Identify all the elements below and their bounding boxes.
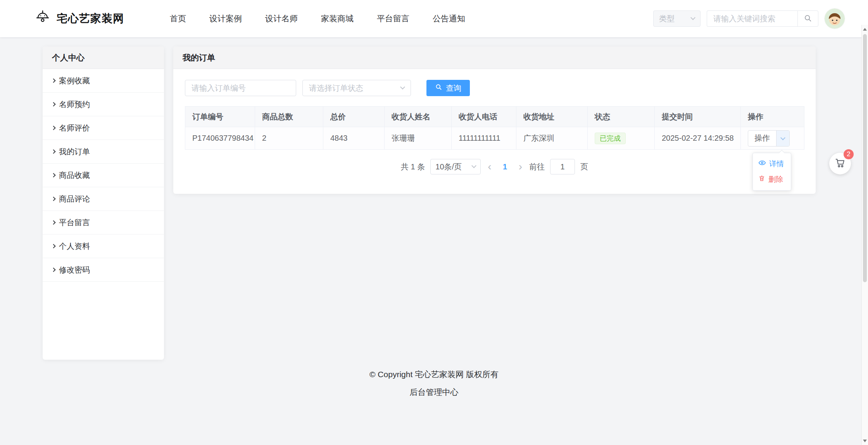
chevron-right-icon <box>51 149 55 154</box>
table-header-row: 订单编号 商品总数 总价 收货人姓名 收货人电话 收货地址 状态 提交时间 操作 <box>185 107 804 127</box>
cell-status: 已完成 <box>588 127 655 150</box>
nav-item-design-cases[interactable]: 设计案例 <box>209 13 242 24</box>
table-row: P1740637798434 2 4843 张珊珊 11111111111 广东… <box>185 127 804 150</box>
cell-quantity: 2 <box>255 127 323 150</box>
order-no-input[interactable] <box>185 80 296 96</box>
scroll-down-arrow[interactable] <box>862 437 868 444</box>
page-number-1[interactable]: 1 <box>499 162 512 171</box>
scrollbar[interactable] <box>861 25 868 445</box>
type-select[interactable]: 类型 <box>653 10 701 27</box>
cell-submitted-at: 2025-02-27 14:29:58 <box>655 127 741 150</box>
action-detail-label: 详情 <box>769 159 784 169</box>
search-icon <box>435 83 442 93</box>
top-navbar: 宅心艺家装网 首页 设计案例 设计名师 家装商城 平台留言 公告通知 类型 <box>0 0 868 37</box>
sidebar-item-designer-reviews[interactable]: 名师评价 <box>43 116 164 140</box>
page-size-value: 10条/页 <box>435 162 462 172</box>
sidebar-item-product-favorites[interactable]: 商品收藏 <box>43 164 164 187</box>
action-detail[interactable]: 详情 <box>753 156 791 172</box>
lamp-logo-icon <box>34 9 51 28</box>
chevron-down-icon <box>400 85 405 90</box>
col-address: 收货地址 <box>516 107 588 127</box>
chevron-right-icon <box>51 173 55 177</box>
scrollbar-thumb[interactable] <box>863 34 867 282</box>
sidebar: 个人中心 案例收藏 名师预约 名师评价 我的订单 <box>43 47 164 360</box>
keyword-search-input[interactable] <box>707 10 797 27</box>
cart-badge: 2 <box>844 149 854 159</box>
cell-phone: 11111111111 <box>452 127 516 150</box>
chevron-right-icon <box>51 102 55 106</box>
cell-actions: 操作 <box>741 127 804 150</box>
cart-float-button[interactable]: 2 <box>829 153 851 174</box>
brand-name: 宅心艺家装网 <box>57 11 124 26</box>
action-delete-label: 删除 <box>768 174 783 185</box>
sidebar-title: 个人中心 <box>43 47 164 69</box>
col-quantity: 商品总数 <box>255 107 323 127</box>
content-area: 个人中心 案例收藏 名师预约 名师评价 我的订单 <box>0 37 868 360</box>
action-dropdown-button[interactable]: 操作 <box>748 130 790 147</box>
chevron-down-icon <box>690 15 695 20</box>
order-status-placeholder: 请选择订单状态 <box>309 83 363 93</box>
col-submitted-at: 提交时间 <box>655 107 741 127</box>
orders-panel: 我的订单 请选择订单状态 查询 <box>173 47 816 194</box>
goto-page-input[interactable] <box>550 159 575 174</box>
cell-order-no: P1740637798434 <box>185 127 255 150</box>
cell-receiver: 张珊珊 <box>385 127 452 150</box>
search-button[interactable] <box>797 10 818 27</box>
col-actions: 操作 <box>741 107 804 127</box>
nav-item-home-mall[interactable]: 家装商城 <box>321 13 354 24</box>
col-receiver: 收货人姓名 <box>385 107 452 127</box>
col-phone: 收货人电话 <box>452 107 516 127</box>
sidebar-item-designer-booking[interactable]: 名师预约 <box>43 93 164 116</box>
search-group <box>707 10 818 27</box>
cart-icon <box>835 157 846 170</box>
sidebar-item-case-favorites[interactable]: 案例收藏 <box>43 69 164 93</box>
page-size-select[interactable]: 10条/页 <box>430 159 481 174</box>
action-dropdown-label: 操作 <box>748 131 776 146</box>
chevron-right-icon <box>51 267 55 272</box>
footer: © Copyright 宅心艺家装网 版权所有 后台管理中心 <box>0 360 868 398</box>
query-button-label: 查询 <box>446 83 461 93</box>
sidebar-menu: 案例收藏 名师预约 名师评价 我的订单 商品收藏 <box>43 69 164 282</box>
col-status: 状态 <box>588 107 655 127</box>
brand[interactable]: 宅心艺家装网 <box>34 9 124 28</box>
trash-icon <box>758 175 765 184</box>
chevron-down-icon <box>780 135 785 140</box>
sidebar-item-my-orders[interactable]: 我的订单 <box>43 140 164 164</box>
avatar[interactable] <box>825 9 845 29</box>
sidebar-item-profile[interactable]: 个人资料 <box>43 235 164 258</box>
page-unit-label: 页 <box>580 162 588 172</box>
action-dropdown: 操作 <box>748 130 790 147</box>
pagination-total: 共 1 条 <box>401 162 425 172</box>
chevron-right-icon <box>51 126 55 130</box>
sidebar-item-product-comments[interactable]: 商品评论 <box>43 187 164 211</box>
nav-item-designers[interactable]: 设计名师 <box>265 13 298 24</box>
sidebar-item-change-password[interactable]: 修改密码 <box>43 258 164 282</box>
query-button[interactable]: 查询 <box>426 80 470 96</box>
page-root: 宅心艺家装网 首页 设计案例 设计名师 家装商城 平台留言 公告通知 类型 <box>0 0 868 445</box>
admin-center-link[interactable]: 后台管理中心 <box>410 387 459 398</box>
chevron-right-icon <box>51 220 55 224</box>
search-icon <box>804 14 812 24</box>
action-caret[interactable] <box>776 131 789 146</box>
copyright-text: © Copyright 宅心艺家装网 版权所有 <box>0 369 868 380</box>
nav-item-home[interactable]: 首页 <box>170 13 186 24</box>
pagination: 共 1 条 10条/页 ‹ 1 › 前往 页 <box>185 159 804 174</box>
main-nav: 首页 设计案例 设计名师 家装商城 平台留言 公告通知 <box>170 13 465 24</box>
chevron-down-icon <box>471 163 476 168</box>
prev-page-button[interactable]: ‹ <box>486 161 493 172</box>
action-dropdown-menu: 详情 删除 <box>752 153 791 191</box>
sidebar-item-platform-messages[interactable]: 平台留言 <box>43 211 164 235</box>
goto-label: 前往 <box>529 162 545 172</box>
order-status-select[interactable]: 请选择订单状态 <box>302 80 411 96</box>
col-order-no: 订单编号 <box>185 107 255 127</box>
type-select-value: 类型 <box>659 14 675 24</box>
cell-total: 4843 <box>323 127 385 150</box>
nav-item-platform-messages[interactable]: 平台留言 <box>377 13 409 24</box>
scroll-up-arrow[interactable] <box>862 26 868 33</box>
cell-address: 广东深圳 <box>516 127 588 150</box>
nav-item-notices[interactable]: 公告通知 <box>433 13 465 24</box>
orders-panel-body: 请选择订单状态 查询 <box>173 69 816 174</box>
panel-title: 我的订单 <box>173 47 816 69</box>
next-page-button[interactable]: › <box>517 161 524 172</box>
action-delete[interactable]: 删除 <box>753 172 791 187</box>
